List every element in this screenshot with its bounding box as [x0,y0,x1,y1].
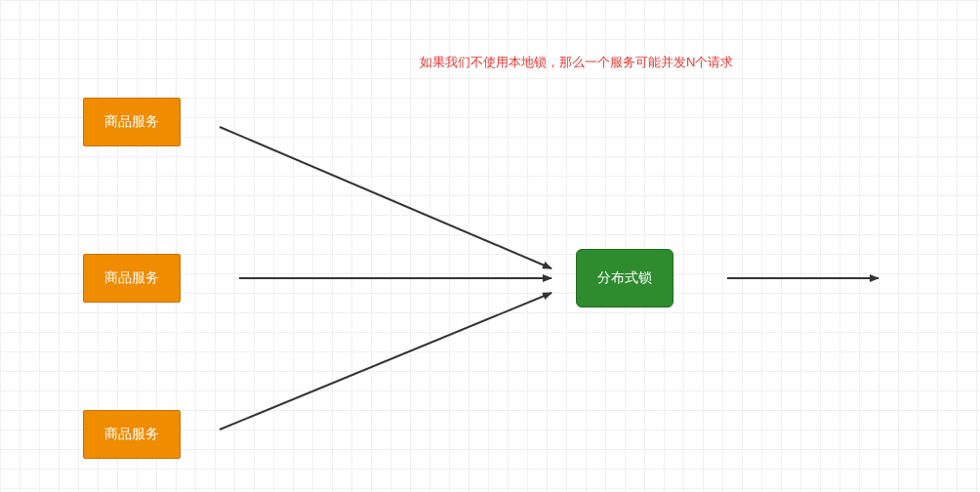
caption-text: 如果我们不使用本地锁，那么一个服务可能并发N个请求 [420,54,733,71]
service-node-3[interactable]: 商品服务 [83,410,181,459]
service-node-3-label: 商品服务 [104,426,159,443]
service-node-1[interactable]: 商品服务 [83,98,181,146]
distributed-lock-label: 分布式锁 [597,269,652,287]
service-node-1-label: 商品服务 [104,113,159,131]
service-node-2[interactable]: 商品服务 [83,254,181,303]
service-node-2-label: 商品服务 [104,269,159,287]
arrow-service3-to-lock [220,293,551,430]
arrow-service1-to-lock [220,127,551,268]
distributed-lock-node[interactable]: 分布式锁 [576,249,674,308]
